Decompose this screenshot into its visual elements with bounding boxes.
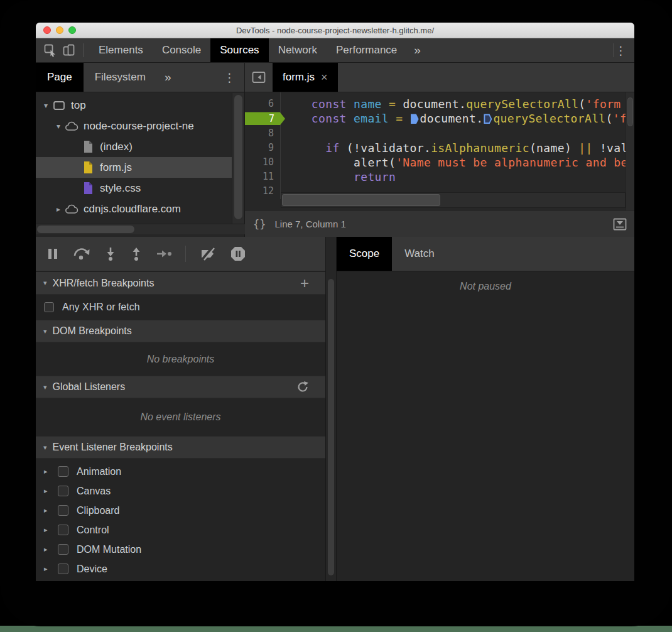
code-line-10[interactable]: 10 alert('Name must be alphanumeric and … [245, 155, 634, 170]
editor-tab-formjs[interactable]: form.js × [273, 63, 338, 92]
triangle-right-icon[interactable]: ▸ [44, 565, 53, 573]
debugger-toolbar [36, 237, 325, 271]
section-xhr-breakpoints[interactable]: ▾ XHR/fetch Breakpoints + [36, 272, 325, 295]
scrollbar-thumb[interactable] [37, 226, 134, 233]
scrollbar-thumb[interactable] [282, 194, 440, 206]
tab-watch[interactable]: Watch [392, 237, 447, 271]
more-tabs-button[interactable]: » [406, 38, 428, 62]
triangle-right-icon[interactable]: ▸ [44, 526, 53, 534]
event-category-checkbox[interactable] [58, 486, 68, 496]
scrollbar-thumb[interactable] [234, 95, 242, 219]
gutter-line-12[interactable]: 12 [245, 184, 281, 199]
gutter-line-7[interactable]: 7 [245, 111, 281, 126]
step-over-button[interactable] [72, 246, 91, 261]
devtools-menu-button[interactable]: ⋮ [605, 38, 634, 62]
any-xhr-checkbox[interactable] [44, 302, 54, 312]
code-line-6[interactable]: 6 const name = document.querySelectorAll… [245, 97, 634, 111]
tree-item-form-js[interactable]: form.js [36, 157, 232, 178]
triangle-right-icon[interactable]: ▸ [53, 205, 63, 214]
section-global-listeners[interactable]: ▾ Global Listeners [36, 376, 325, 398]
pause-script-button[interactable] [46, 247, 59, 261]
event-category-checkbox[interactable] [58, 505, 68, 516]
more-navigator-tabs-button[interactable]: » [157, 63, 179, 92]
step-button[interactable] [156, 248, 172, 260]
tab-elements[interactable]: Elements [89, 38, 153, 62]
tab-page[interactable]: Page [36, 63, 84, 92]
triangle-right-icon[interactable]: ▸ [44, 506, 53, 515]
file-tree: ▾top▾node-course-project-ne(index)form.j… [36, 92, 232, 224]
event-category-checkbox[interactable] [58, 466, 68, 477]
tab-console[interactable]: Console [153, 38, 210, 62]
triangle-down-icon: ▾ [43, 279, 47, 287]
step-out-icon [130, 246, 143, 261]
cloud-icon [65, 204, 79, 215]
code-vertical-scrollbar[interactable] [626, 92, 634, 210]
toolbar-separator [185, 246, 186, 262]
tree-item-top[interactable]: ▾top [36, 95, 232, 116]
debugger-vertical-scrollbar[interactable] [325, 237, 337, 581]
pretty-print-button[interactable]: {} [245, 218, 274, 231]
code-line-9[interactable]: 9 if (!validator.isAlphanumeric(name) ||… [245, 141, 634, 155]
gutter-line-8[interactable]: 8 [245, 126, 281, 141]
inline-breakpoint-marker-candidate[interactable] [484, 114, 492, 124]
tree-item-label: style.css [100, 182, 141, 195]
event-category-clipboard[interactable]: ▸Clipboard [36, 501, 325, 520]
event-category-control[interactable]: ▸Control [36, 520, 325, 540]
dock-source-panel-button[interactable] [613, 218, 627, 231]
triangle-right-icon[interactable]: ▸ [44, 467, 53, 476]
cursor-position-label: Line 7, Column 1 [274, 219, 345, 229]
deactivate-breakpoints-button[interactable] [199, 246, 217, 261]
section-event-listener-breakpoints[interactable]: ▾ Event Listener Breakpoints [36, 436, 325, 459]
code-line-11[interactable]: 11 return [245, 170, 634, 184]
plus-icon: + [300, 276, 309, 291]
gutter-line-10[interactable]: 10 [245, 155, 281, 170]
refresh-global-listeners-button[interactable] [296, 381, 309, 393]
code-horizontal-scrollbar[interactable] [281, 192, 626, 208]
triangle-down-icon[interactable]: ▾ [53, 122, 63, 131]
code-line-7[interactable]: 7 const email = document.querySelectorAl… [245, 111, 634, 126]
tree-item-node-course-project-ne[interactable]: ▾node-course-project-ne [36, 116, 232, 136]
triangle-right-icon[interactable]: ▸ [44, 487, 53, 495]
close-tab-icon[interactable]: × [321, 71, 328, 84]
navigator-menu-button[interactable]: ⋮ [215, 63, 244, 92]
code-line-8[interactable]: 8 [245, 126, 634, 141]
add-xhr-breakpoint-button[interactable]: + [300, 276, 309, 291]
scrollbar-thumb[interactable] [627, 97, 633, 126]
event-category-checkbox[interactable] [58, 564, 68, 574]
triangle-down-icon[interactable]: ▾ [41, 101, 51, 110]
tab-performance[interactable]: Performance [327, 38, 406, 62]
toggle-device-toolbar-button[interactable] [60, 38, 79, 62]
step-out-button[interactable] [130, 246, 143, 261]
tab-scope[interactable]: Scope [337, 237, 392, 271]
gutter-line-9[interactable]: 9 [245, 141, 281, 155]
gutter-line-5[interactable]: 5 [245, 92, 281, 97]
scope-tabbar: Scope Watch [337, 237, 634, 271]
file-tree-vertical-scrollbar[interactable] [232, 93, 244, 224]
inline-breakpoint-marker-active[interactable] [411, 114, 419, 124]
scrollbar-thumb[interactable] [328, 279, 334, 575]
event-category-device[interactable]: ▸Device [36, 559, 325, 579]
gutter-line-11[interactable]: 11 [245, 170, 281, 184]
pause-on-exceptions-button[interactable] [230, 246, 246, 262]
event-category-canvas[interactable]: ▸Canvas [36, 481, 325, 501]
event-category-label: Clipboard [77, 505, 119, 516]
tab-network[interactable]: Network [269, 38, 327, 62]
tab-filesystem[interactable]: Filesystem [84, 63, 157, 92]
code-line-5[interactable]: 5 [245, 92, 634, 97]
code-editor[interactable]: 56 const name = document.querySelectorAl… [245, 92, 634, 210]
event-category-checkbox[interactable] [58, 525, 68, 535]
tree-item-style-css[interactable]: style.css [36, 178, 232, 199]
tree-item-cdnjs-cloudflare-com[interactable]: ▸cdnjs.cloudflare.com [36, 199, 232, 219]
tree-item--index-[interactable]: (index) [36, 136, 232, 157]
event-category-dom-mutation[interactable]: ▸DOM Mutation [36, 540, 325, 559]
section-dom-breakpoints[interactable]: ▾ DOM Breakpoints [36, 320, 325, 342]
event-category-checkbox[interactable] [58, 544, 68, 555]
tab-sources[interactable]: Sources [210, 38, 268, 62]
file-tree-horizontal-scrollbar[interactable] [36, 224, 245, 234]
event-category-animation[interactable]: ▸Animation [36, 462, 325, 481]
triangle-right-icon[interactable]: ▸ [44, 545, 53, 553]
step-into-button[interactable] [104, 246, 117, 261]
toggle-navigator-button[interactable] [245, 63, 273, 92]
gutter-line-6[interactable]: 6 [245, 97, 281, 111]
inspect-element-button[interactable] [41, 38, 60, 62]
